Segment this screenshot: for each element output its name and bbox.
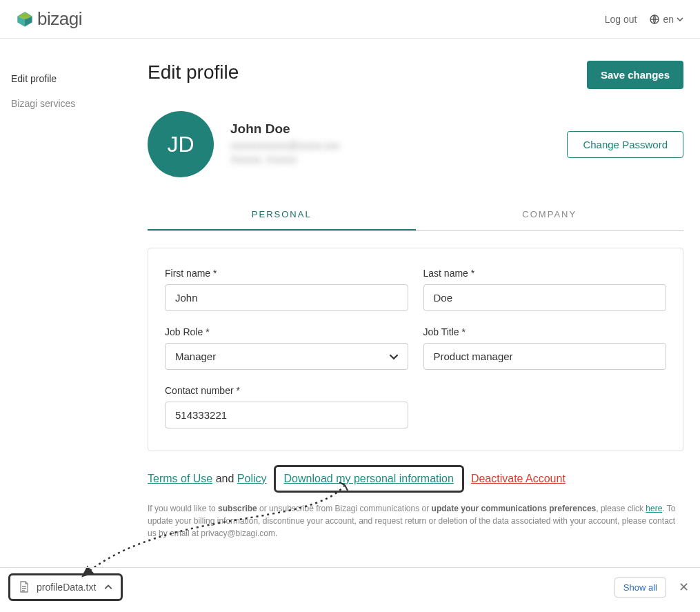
chevron-up-icon <box>104 583 112 591</box>
downloaded-file-chip[interactable]: profileData.txt <box>8 573 123 601</box>
job-title-input[interactable] <box>423 343 667 370</box>
tab-personal[interactable]: PERSONAL <box>148 199 416 230</box>
file-icon <box>19 581 30 593</box>
profile-location-blurred: Xxxxxx, Xxxxxx <box>230 153 339 167</box>
here-link[interactable]: here <box>646 504 662 513</box>
terms-of-use-link[interactable]: Terms of Use <box>148 473 212 484</box>
job-role-select[interactable] <box>165 343 408 370</box>
first-name-input[interactable] <box>165 284 408 311</box>
tab-company[interactable]: COMPANY <box>416 199 684 230</box>
profile-name: John Doe <box>230 121 339 137</box>
footer-note: If you would like to subscribe or unsubs… <box>148 502 683 540</box>
sidebar: Edit profile Bizagi services <box>0 39 138 560</box>
tabs: PERSONAL COMPANY <box>148 199 683 231</box>
logo-text: bizagi <box>37 8 82 30</box>
language-label: en <box>663 14 674 25</box>
downloaded-file-name: profileData.txt <box>37 582 96 593</box>
download-bar: profileData.txt Show all ✕ <box>0 567 700 606</box>
job-role-label: Job Role * <box>165 326 408 337</box>
page-title: Edit profile <box>148 61 239 83</box>
policy-link[interactable]: Policy <box>237 473 267 484</box>
language-selector[interactable]: en <box>649 14 683 25</box>
last-name-input[interactable] <box>423 284 667 311</box>
contact-number-input[interactable] <box>165 402 408 428</box>
sidebar-item-edit-profile[interactable]: Edit profile <box>11 66 138 91</box>
form-card: First name * Last name * Job Role * <box>148 248 683 451</box>
close-icon[interactable]: ✕ <box>676 580 692 595</box>
save-changes-button[interactable]: Save changes <box>587 61 683 89</box>
avatar: JD <box>148 111 214 177</box>
deactivate-account-link[interactable]: Deactivate Account <box>471 473 566 485</box>
download-info-highlight: Download my personal information <box>274 465 464 493</box>
logout-link[interactable]: Log out <box>605 14 637 25</box>
job-title-label: Job Title * <box>423 326 667 337</box>
change-password-button[interactable]: Change Password <box>567 131 683 158</box>
last-name-label: Last name * <box>423 268 667 279</box>
sidebar-item-bizagi-services[interactable]: Bizagi services <box>11 91 138 116</box>
show-all-button[interactable]: Show all <box>614 578 666 598</box>
download-personal-info-link[interactable]: Download my personal information <box>284 473 454 485</box>
contact-number-label: Contact number * <box>165 385 408 396</box>
profile-email-blurred: xxxxxxxxxxxx@xxxxx.xxx <box>230 139 339 153</box>
links-row: Terms of Use and Policy Download my pers… <box>148 465 683 493</box>
logo[interactable]: bizagi <box>17 8 82 30</box>
logo-icon <box>17 11 33 28</box>
first-name-label: First name * <box>165 268 408 279</box>
globe-icon <box>649 14 660 25</box>
chevron-down-icon <box>677 16 683 23</box>
